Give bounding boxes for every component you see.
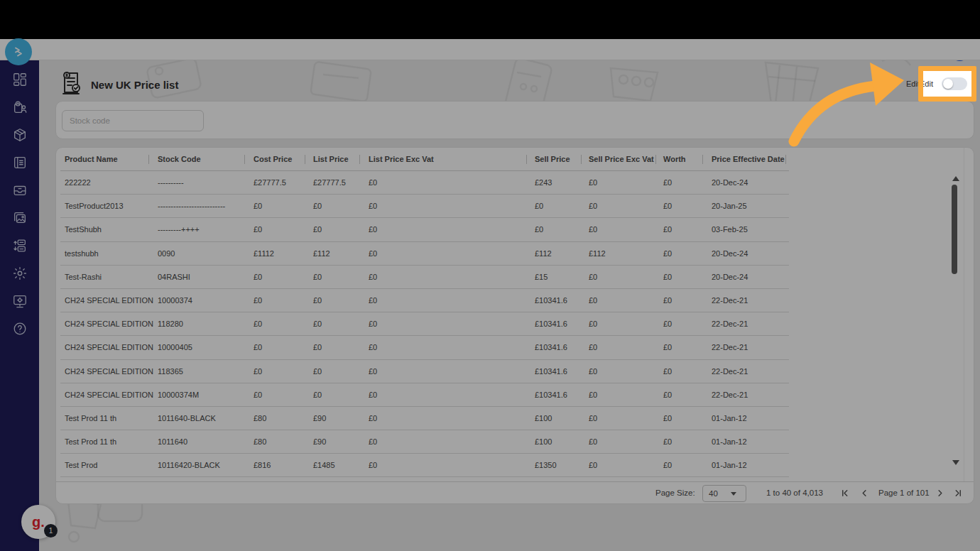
table-cell: £0 <box>313 266 322 289</box>
table-cell: 222222 <box>65 171 91 195</box>
previous-page-button[interactable] <box>859 487 870 498</box>
top-black-bar <box>0 0 980 39</box>
table-cell: TestProduct2013 <box>65 195 124 218</box>
sidebar-item-pricelists[interactable] <box>11 154 28 171</box>
sidebar: » <box>0 60 39 551</box>
table-cell: £0 <box>535 218 543 241</box>
page-size-select[interactable]: 40 <box>702 485 746 502</box>
drawer-icon <box>12 182 28 198</box>
app-logo[interactable] <box>5 38 32 65</box>
first-page-button[interactable] <box>839 487 850 498</box>
table-cell: £0 <box>589 289 597 312</box>
table-cell: 22-Dec-21 <box>712 289 748 312</box>
table-cell: 118365 <box>158 360 183 383</box>
table-row[interactable]: TestShubh---------++++£0£0£0£0£0£003-Feb… <box>60 218 789 241</box>
column-header[interactable]: Sell Price Exc Vat <box>589 148 654 171</box>
column-separator <box>702 155 703 164</box>
table-cell: £0 <box>663 454 672 477</box>
table-row[interactable]: CH24 SPECIAL EDITION10000374M£0£0£0£1034… <box>60 383 789 407</box>
grid-divider <box>964 148 964 481</box>
select-caret-icon <box>731 492 736 496</box>
table-cell: £0 <box>369 407 377 430</box>
table-cell: £0 <box>369 454 377 477</box>
table-cell: £27777.5 <box>313 171 346 195</box>
column-header[interactable]: List Price <box>313 148 349 171</box>
next-page-button[interactable] <box>934 487 945 498</box>
table-cell: 22-Dec-21 <box>712 312 748 336</box>
sidebar-item-products[interactable] <box>11 126 28 143</box>
table-cell: TestShubh <box>65 218 102 241</box>
table-row[interactable]: 222222----------£27777.5£27777.5£0£243£0… <box>60 171 789 195</box>
table-cell: £0 <box>589 312 597 336</box>
sidebar-item-orders[interactable] <box>11 99 28 116</box>
table-row[interactable]: Test Prod 11 th1011640£80£90£0£100£0£001… <box>60 430 789 454</box>
table-cell: £0 <box>369 195 377 218</box>
sidebar-item-help[interactable] <box>11 320 28 337</box>
table-cell: £0 <box>589 430 597 454</box>
table-cell: £0 <box>663 383 672 407</box>
table-cell: £0 <box>369 336 377 359</box>
table-cell: 22-Dec-21 <box>712 360 748 383</box>
table-body: 222222----------£27777.5£27777.5£0£243£0… <box>60 171 789 477</box>
table-row[interactable]: CH24 SPECIAL EDITION118365£0£0£0£10341.6… <box>60 360 789 383</box>
scroll-up-arrow[interactable] <box>952 176 959 181</box>
table-cell: Test Prod 11 th <box>65 407 116 430</box>
table-cell: £0 <box>254 360 262 383</box>
table-cell: £0 <box>313 289 322 312</box>
table-cell: £27777.5 <box>254 171 286 195</box>
column-header[interactable]: Sell Price <box>535 148 570 171</box>
page-size-label: Page Size: <box>655 489 695 497</box>
table-cell: £0 <box>254 336 262 359</box>
table-cell: £0 <box>369 266 377 289</box>
table-cell: £112 <box>313 242 330 266</box>
table-cell: £10341.6 <box>535 312 567 336</box>
column-header[interactable]: List Price Exc Vat <box>369 148 434 171</box>
table-cell: 10000374 <box>158 289 192 312</box>
table-cell: £0 <box>254 218 262 241</box>
table-row[interactable]: testshubh0090£1112£112£0£112£112£020-Dec… <box>60 242 789 266</box>
column-header[interactable]: Worth <box>663 148 686 171</box>
sidebar-item-settings[interactable] <box>11 265 28 282</box>
table-row[interactable]: CH24 SPECIAL EDITION118280£0£0£0£10341.6… <box>60 312 789 336</box>
sidebar-item-dashboard[interactable] <box>11 71 28 88</box>
sidebar-item-media[interactable] <box>11 209 28 227</box>
table-cell: £0 <box>663 407 672 430</box>
table-row[interactable]: TestProduct2013-------------------------… <box>60 195 789 218</box>
table-cell: CH24 SPECIAL EDITION <box>65 289 153 312</box>
table-cell: £0 <box>313 312 322 336</box>
sidebar-item-storage[interactable] <box>11 182 28 199</box>
stock-code-input[interactable] <box>62 110 204 131</box>
table-row[interactable]: CH24 SPECIAL EDITION10000374£0£0£0£10341… <box>60 289 789 312</box>
table-cell: 03-Feb-25 <box>712 218 748 241</box>
edit-toggle-switch[interactable] <box>942 77 967 90</box>
table-cell: £10341.6 <box>535 289 567 312</box>
pricelist-icon <box>57 70 85 98</box>
table-row[interactable]: Test-Rashi04RASHI£0£0£0£15£0£020-Dec-24 <box>60 266 789 289</box>
column-separator <box>359 155 360 164</box>
table-footer: Page Size: 40 1 to 40 of 4,013 Page 1 of… <box>56 481 974 504</box>
table-cell: £0 <box>254 383 262 407</box>
filter-panel <box>55 101 974 139</box>
table-cell: £0 <box>589 383 597 407</box>
page-indicator: Page 1 of 101 <box>878 489 930 497</box>
table-cell: 20-Dec-24 <box>712 266 748 289</box>
last-page-icon <box>954 489 962 497</box>
table-cell: £0 <box>369 289 377 312</box>
scroll-down-arrow[interactable] <box>952 460 959 465</box>
sidebar-item-device-settings[interactable] <box>11 293 28 310</box>
column-header[interactable]: Cost Price <box>254 148 292 171</box>
last-page-button[interactable] <box>952 487 964 498</box>
table-cell: £90 <box>313 407 326 430</box>
table-cell: £80 <box>254 407 266 430</box>
column-header[interactable]: Product Name <box>65 148 118 171</box>
sidebar-item-data-sync[interactable] <box>11 237 28 254</box>
data-sync-icon <box>12 238 28 253</box>
table-row[interactable]: Test Prod10116420-BLACK£816£1485£0£1350£… <box>60 454 789 477</box>
table-row[interactable]: CH24 SPECIAL EDITION10000405£0£0£0£10341… <box>60 336 789 359</box>
table-cell: £0 <box>663 266 672 289</box>
scrollbar-thumb[interactable] <box>952 185 957 274</box>
table-cell: £0 <box>369 242 377 266</box>
table-row[interactable]: Test Prod 11 th1011640-BLACK£80£90£0£100… <box>60 407 789 430</box>
column-header[interactable]: Price Effective Date <box>712 148 785 171</box>
column-header[interactable]: Stock Code <box>158 148 201 171</box>
